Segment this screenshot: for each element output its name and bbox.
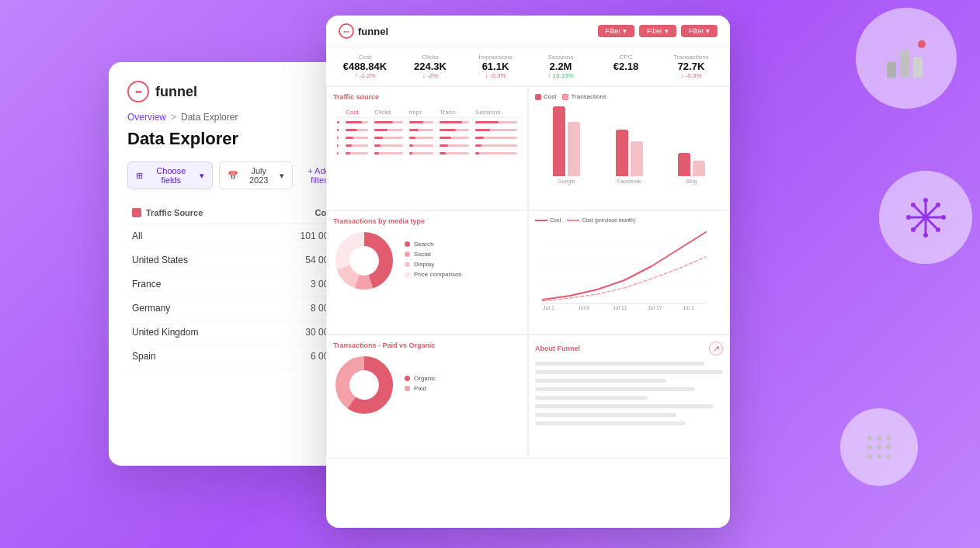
donut-media-svg [333,230,395,292]
funnel-icon-dots: ••• [135,88,141,96]
about-line-1 [535,362,704,366]
svg-text:Jul 1: Jul 1 [543,305,554,310]
mini-table-row [335,143,520,149]
breadcrumb-overview[interactable]: Overview [127,112,166,123]
svg-point-18 [886,435,891,440]
legend-social: Social [405,251,462,258]
legend-search-dot [405,241,410,247]
donut-paid-container: Organic Paid [333,354,521,416]
chart-bar-icon [883,35,930,82]
table-row: Spain 6 000 [127,345,339,369]
svg-point-19 [867,445,872,449]
metric-item: CPC €2.18 [596,54,655,79]
bar-group-bing: Bing [666,153,717,184]
bar-label-facebook: Facebook [617,179,641,184]
about-external-link-icon[interactable]: ↗ [709,342,723,356]
bar-bing-transactions [693,161,705,176]
bar-google-transactions [568,122,580,176]
legend-display-label: Display [414,261,434,268]
metric-label: CPC [596,54,655,61]
svg-point-23 [877,454,881,459]
metric-value: 61.1K [466,61,525,72]
table-row: All 101 000 [127,224,339,248]
metric-change: ↓ -0.3% [466,72,525,79]
legend-cost-label: Cost [544,93,556,100]
filter-pill-3[interactable]: Filter ▾ [681,25,718,37]
mini-table-row [335,135,520,141]
about-line-4 [535,387,695,391]
mini-table-row [335,120,520,126]
table-row: United States 54 000 [127,248,339,272]
metric-change: ↑ -1.2% [335,72,394,79]
svg-text:Jul 11: Jul 11 [613,305,627,310]
legend-display: Display [405,261,462,268]
metric-value: 2.2M [531,61,590,72]
svg-point-8 [923,198,928,203]
svg-point-24 [886,454,891,459]
table-row: United Kingdom 30 000 [127,321,339,345]
table-row: Germany 8 000 [127,297,339,321]
breadcrumb-current: Data Explorer [181,112,238,123]
svg-rect-0 [887,62,896,78]
donut-paid-legend: Organic Paid [405,375,436,395]
metrics-row: Cost €488.84K ↑ -1.2% Clicks 224.3K ↓ -2… [326,47,730,86]
donut-media-title: Transactions by media type [333,217,521,225]
date-picker-button[interactable]: 📅 July 2023 ▾ [219,161,293,189]
svg-point-3 [918,40,926,48]
about-line-8 [535,421,686,425]
legend-transactions-icon [562,94,568,100]
metric-label: Clicks [401,54,460,61]
toolbar: ⊞ Choose fields ▾ 📅 July 2023 ▾ + Add fi… [127,161,339,189]
legend-paid-dot [405,386,410,391]
bar-chart: Google Facebook Bing [535,106,723,184]
legend-transactions-label: Transactions [571,93,606,100]
source-icon [132,208,141,217]
funnel-logo-icon: ••• [127,81,149,102]
svg-point-11 [941,215,946,220]
about-line-7 [535,413,676,417]
svg-rect-1 [900,50,909,78]
deco-circle-mid-right [879,171,972,264]
about-funnel-cell: About Funnel ↗ [528,335,730,459]
filter-pill-2[interactable]: Filter ▾ [639,25,676,37]
svg-point-14 [936,203,940,207]
donut-paid-cell: Transactions - Paid vs Organic Organic P… [326,335,528,459]
mini-traffic-table: Cost Clicks Impr. Trans. Sessions [333,106,521,158]
svg-text:Jul 8: Jul 8 [578,305,589,310]
chevron-down-icon: ▾ [280,171,284,181]
legend-paid: Paid [405,385,436,392]
svg-point-12 [911,203,916,207]
legend-cost-icon [535,94,541,100]
grid-icon: ⊞ [136,171,143,181]
data-table: Traffic Source Cost All 101 000 United S… [127,202,339,369]
dash-icon-dots: ••• [343,29,349,34]
about-line-5 [535,396,648,400]
legend-organic: Organic [405,375,436,382]
svg-point-22 [867,454,872,459]
metric-item: Sessions 2.2M ↑ 13.15% [531,54,590,79]
metric-label: Cost [335,54,394,61]
dashboard-filters: Filter ▾ Filter ▾ Filter ▾ [598,25,718,37]
bar-label-google: Google [558,179,575,184]
line-cost-icon [535,220,547,221]
line-prev-label: Cost (previous month) [582,217,635,223]
mini-table-row [335,151,520,157]
svg-point-21 [886,445,891,449]
bar-label-bing: Bing [686,179,697,184]
col-header-source: Traffic Source [127,202,265,224]
donut-paid-svg [333,354,395,416]
metric-value: €2.18 [596,61,655,72]
about-line-6 [535,404,714,408]
bar-group-facebook: Facebook [604,130,655,184]
svg-text:Jul 1: Jul 1 [683,305,694,310]
metric-item: Impressions 61.1K ↓ -0.3% [466,54,525,79]
choose-fields-button[interactable]: ⊞ Choose fields ▾ [127,161,213,189]
filter-pill-1[interactable]: Filter ▾ [598,25,635,37]
legend-price-comparison: Price comparison [405,271,462,278]
chart-legend: Cost Transactions [535,93,606,100]
dashboard-logo-icon: ••• [339,23,354,39]
legend-organic-label: Organic [414,375,436,382]
donut-paid-title: Transactions - Paid vs Organic [333,342,521,349]
about-funnel-title: About Funnel [535,345,580,352]
chevron-down-icon: ▾ [200,171,204,181]
